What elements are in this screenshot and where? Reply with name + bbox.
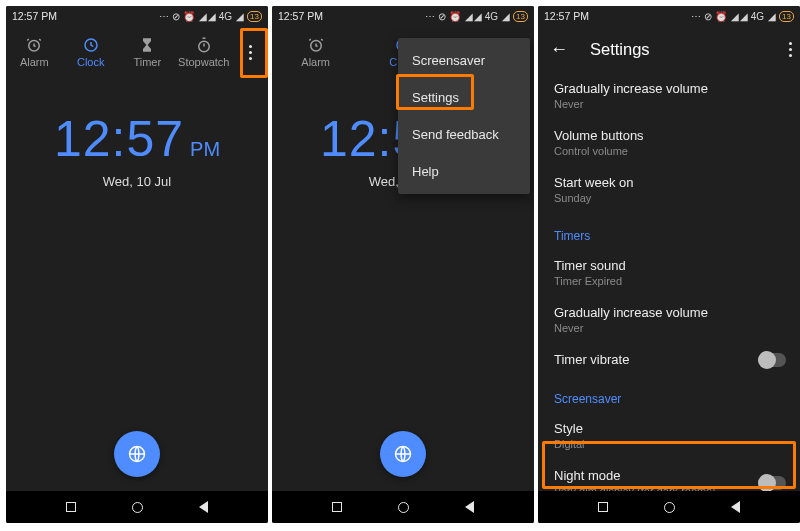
setting-secondary: Never — [554, 322, 784, 334]
menu-item-help[interactable]: Help — [398, 153, 530, 190]
status-time: 12:57 PM — [12, 10, 57, 22]
tab-label: Alarm — [301, 56, 330, 68]
setting-secondary: Digital — [554, 438, 784, 450]
setting-start-week[interactable]: Start week on Sunday — [538, 166, 800, 213]
status-bar: 12:57 PM ⋯ ⊘ ⏰ ◢ ◢ 4G ◢ 13 — [6, 6, 268, 26]
screen-3-settings: 12:57 PM ⋯ ⊘ ⏰ ◢ ◢ 4G ◢ 13 ← Settings Gr… — [538, 6, 800, 523]
overflow-menu: Screensaver Settings Send feedback Help — [398, 38, 530, 194]
screen-2-overflow-open: 12:57 PM ⋯ ⊘ ⏰ ◢ ◢ 4G ◢ 13 Alarm Clock T… — [272, 6, 534, 523]
time-ampm: PM — [190, 138, 220, 160]
signal-icon: ◢ — [768, 11, 775, 22]
time-readout: 12:57PM — [6, 110, 268, 168]
setting-gradual-volume-timer[interactable]: Gradually increase volume Never — [538, 296, 800, 343]
setting-primary: Gradually increase volume — [554, 81, 784, 96]
stopwatch-icon — [195, 36, 213, 54]
alarm-icon — [25, 36, 43, 54]
battery-icon: 13 — [779, 11, 794, 22]
more-vert-icon — [249, 45, 252, 60]
setting-secondary: Timer Expired — [554, 275, 784, 287]
section-header-screensaver: Screensaver — [538, 376, 800, 412]
signal-icon: ◢ ◢ — [731, 11, 747, 22]
signal-icon: ◢ ◢ — [465, 11, 481, 22]
tab-clock[interactable]: Clock — [63, 36, 120, 68]
setting-primary: Timer sound — [554, 258, 784, 273]
menu-item-screensaver[interactable]: Screensaver — [398, 42, 530, 79]
nav-home-icon[interactable] — [398, 502, 409, 513]
setting-timer-sound[interactable]: Timer sound Timer Expired — [538, 249, 800, 296]
menu-item-settings[interactable]: Settings — [398, 79, 530, 116]
section-header-timers: Timers — [538, 213, 800, 249]
tab-bar: Alarm Clock Timer Stopwatch — [6, 26, 268, 78]
tab-alarm[interactable]: Alarm — [272, 36, 359, 68]
hourglass-icon — [138, 36, 156, 54]
tab-stopwatch[interactable]: Stopwatch — [176, 36, 233, 68]
tab-alarm[interactable]: Alarm — [6, 36, 63, 68]
toggle-switch[interactable] — [758, 353, 786, 367]
screen-1-clock: 12:57 PM ⋯ ⊘ ⏰ ◢ ◢ 4G ◢ 13 Alarm Clock T… — [6, 6, 268, 523]
android-nav-bar — [6, 491, 268, 523]
settings-header: ← Settings — [538, 26, 800, 72]
status-bar: 12:57 PM ⋯ ⊘ ⏰ ◢ ◢ 4G ◢ 13 — [538, 6, 800, 26]
setting-primary: Night mode — [554, 468, 784, 483]
nav-back-icon[interactable] — [731, 501, 740, 513]
status-bar: 12:57 PM ⋯ ⊘ ⏰ ◢ ◢ 4G ◢ 13 — [272, 6, 534, 26]
setting-gradual-volume[interactable]: Gradually increase volume Never — [538, 72, 800, 119]
setting-primary: Gradually increase volume — [554, 305, 784, 320]
nav-recent-icon[interactable] — [66, 502, 76, 512]
more-vert-icon — [789, 42, 792, 57]
network-label: 4G — [219, 11, 232, 22]
alarm-icon — [307, 36, 325, 54]
android-nav-bar — [272, 491, 534, 523]
arrow-left-icon: ← — [550, 39, 568, 59]
tab-label: Clock — [77, 56, 105, 68]
status-right: ⋯ ⊘ ⏰ ◢ ◢ 4G ◢ 13 — [425, 11, 528, 22]
battery-icon: 13 — [247, 11, 262, 22]
status-indicators-icon: ⋯ ⊘ ⏰ — [425, 11, 461, 22]
status-indicators-icon: ⋯ ⊘ ⏰ — [691, 11, 727, 22]
nav-recent-icon[interactable] — [598, 502, 608, 512]
setting-primary: Timer vibrate — [554, 352, 784, 367]
status-indicators-icon: ⋯ ⊘ ⏰ — [159, 11, 195, 22]
nav-back-icon[interactable] — [465, 501, 474, 513]
settings-title: Settings — [590, 40, 650, 59]
network-label: 4G — [485, 11, 498, 22]
menu-item-feedback[interactable]: Send feedback — [398, 116, 530, 153]
status-time: 12:57 PM — [278, 10, 323, 22]
setting-primary: Style — [554, 421, 784, 436]
nav-back-icon[interactable] — [199, 501, 208, 513]
clock-display: 12:57PM Wed, 10 Jul — [6, 78, 268, 189]
status-time: 12:57 PM — [544, 10, 589, 22]
nav-home-icon[interactable] — [132, 502, 143, 513]
overflow-menu-button[interactable] — [232, 26, 268, 78]
setting-primary: Start week on — [554, 175, 784, 190]
globe-icon — [393, 444, 413, 464]
signal-icon: ◢ — [236, 11, 243, 22]
setting-style[interactable]: Style Digital — [538, 412, 800, 459]
globe-icon — [127, 444, 147, 464]
status-right: ⋯ ⊘ ⏰ ◢ ◢ 4G ◢ 13 — [691, 11, 794, 22]
back-button[interactable]: ← — [546, 39, 572, 60]
setting-secondary: Never — [554, 98, 784, 110]
setting-timer-vibrate[interactable]: Timer vibrate — [538, 343, 800, 376]
android-nav-bar — [538, 491, 800, 523]
add-world-clock-fab[interactable] — [380, 431, 426, 477]
nav-recent-icon[interactable] — [332, 502, 342, 512]
tab-label: Stopwatch — [178, 56, 229, 68]
clock-icon — [82, 36, 100, 54]
nav-home-icon[interactable] — [664, 502, 675, 513]
add-world-clock-fab[interactable] — [114, 431, 160, 477]
tab-timer[interactable]: Timer — [119, 36, 176, 68]
setting-primary: Volume buttons — [554, 128, 784, 143]
tab-label: Alarm — [20, 56, 49, 68]
date-readout: Wed, 10 Jul — [6, 174, 268, 189]
settings-list[interactable]: Gradually increase volume Never Volume b… — [538, 72, 800, 491]
setting-secondary: Control volume — [554, 145, 784, 157]
signal-icon: ◢ — [502, 11, 509, 22]
overflow-menu-button[interactable] — [789, 42, 792, 57]
signal-icon: ◢ ◢ — [199, 11, 215, 22]
battery-icon: 13 — [513, 11, 528, 22]
setting-secondary: Sunday — [554, 192, 784, 204]
toggle-switch[interactable] — [758, 476, 786, 490]
setting-volume-buttons[interactable]: Volume buttons Control volume — [538, 119, 800, 166]
time-value: 12:57 — [54, 111, 184, 167]
